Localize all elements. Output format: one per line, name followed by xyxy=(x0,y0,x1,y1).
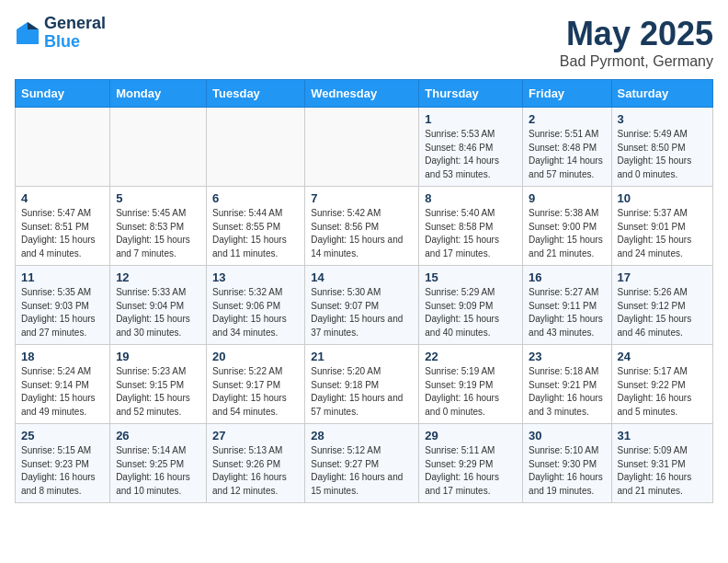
calendar-cell xyxy=(16,108,110,187)
day-number: 13 xyxy=(212,270,299,284)
calendar-cell xyxy=(207,108,305,187)
calendar-cell: 22Sunrise: 5:19 AM Sunset: 9:19 PM Dayli… xyxy=(419,345,523,424)
logo-text: General Blue xyxy=(44,15,106,52)
day-number: 9 xyxy=(529,191,605,205)
day-detail: Sunrise: 5:09 AM Sunset: 9:31 PM Dayligh… xyxy=(618,445,692,496)
calendar-cell: 6Sunrise: 5:44 AM Sunset: 8:55 PM Daylig… xyxy=(207,187,305,266)
day-detail: Sunrise: 5:33 AM Sunset: 9:04 PM Dayligh… xyxy=(116,287,190,338)
calendar-cell: 14Sunrise: 5:30 AM Sunset: 9:07 PM Dayli… xyxy=(305,266,419,345)
day-number: 8 xyxy=(425,191,517,205)
col-header-wednesday: Wednesday xyxy=(305,80,419,108)
col-header-saturday: Saturday xyxy=(611,80,712,108)
day-number: 25 xyxy=(21,429,104,442)
logo-blue: Blue xyxy=(44,33,106,52)
day-number: 2 xyxy=(529,112,605,126)
day-number: 21 xyxy=(311,350,413,363)
calendar-table: SundayMondayTuesdayWednesdayThursdayFrid… xyxy=(15,79,713,503)
day-detail: Sunrise: 5:47 AM Sunset: 8:51 PM Dayligh… xyxy=(21,208,96,259)
day-number: 10 xyxy=(618,191,707,205)
calendar-cell: 19Sunrise: 5:23 AM Sunset: 9:15 PM Dayli… xyxy=(110,345,207,424)
main-title: May 2025 xyxy=(560,15,713,53)
day-number: 15 xyxy=(425,270,517,284)
calendar-cell: 13Sunrise: 5:32 AM Sunset: 9:06 PM Dayli… xyxy=(207,266,305,345)
day-number: 18 xyxy=(21,350,104,363)
calendar-cell: 4Sunrise: 5:47 AM Sunset: 8:51 PM Daylig… xyxy=(16,187,110,266)
day-number: 3 xyxy=(618,112,707,126)
calendar-cell: 17Sunrise: 5:26 AM Sunset: 9:12 PM Dayli… xyxy=(611,266,712,345)
day-number: 4 xyxy=(21,191,104,205)
calendar-cell: 21Sunrise: 5:20 AM Sunset: 9:18 PM Dayli… xyxy=(305,345,419,424)
col-header-monday: Monday xyxy=(110,80,207,108)
calendar-cell: 1Sunrise: 5:53 AM Sunset: 8:46 PM Daylig… xyxy=(419,108,523,187)
day-number: 30 xyxy=(529,429,605,442)
day-number: 16 xyxy=(529,270,605,284)
col-header-tuesday: Tuesday xyxy=(207,80,305,108)
day-number: 7 xyxy=(311,191,413,205)
calendar-cell: 31Sunrise: 5:09 AM Sunset: 9:31 PM Dayli… xyxy=(611,424,712,503)
calendar-cell: 27Sunrise: 5:13 AM Sunset: 9:26 PM Dayli… xyxy=(207,424,305,503)
day-detail: Sunrise: 5:42 AM Sunset: 8:56 PM Dayligh… xyxy=(311,208,403,259)
day-number: 5 xyxy=(116,191,200,205)
day-detail: Sunrise: 5:18 AM Sunset: 9:21 PM Dayligh… xyxy=(529,366,603,417)
calendar-cell: 16Sunrise: 5:27 AM Sunset: 9:11 PM Dayli… xyxy=(523,266,611,345)
logo: General Blue xyxy=(15,15,106,52)
calendar-cell: 3Sunrise: 5:49 AM Sunset: 8:50 PM Daylig… xyxy=(611,108,712,187)
calendar-cell: 25Sunrise: 5:15 AM Sunset: 9:23 PM Dayli… xyxy=(16,424,110,503)
day-detail: Sunrise: 5:29 AM Sunset: 9:09 PM Dayligh… xyxy=(425,287,499,338)
day-number: 26 xyxy=(116,429,200,442)
day-detail: Sunrise: 5:40 AM Sunset: 8:58 PM Dayligh… xyxy=(425,208,499,259)
day-detail: Sunrise: 5:35 AM Sunset: 9:03 PM Dayligh… xyxy=(21,287,96,338)
day-number: 19 xyxy=(116,350,200,363)
day-number: 22 xyxy=(425,350,517,363)
day-detail: Sunrise: 5:51 AM Sunset: 8:48 PM Dayligh… xyxy=(529,129,603,179)
col-header-sunday: Sunday xyxy=(16,80,110,108)
day-detail: Sunrise: 5:30 AM Sunset: 9:07 PM Dayligh… xyxy=(311,287,403,338)
calendar-week-row: 1Sunrise: 5:53 AM Sunset: 8:46 PM Daylig… xyxy=(16,108,713,187)
day-detail: Sunrise: 5:37 AM Sunset: 9:01 PM Dayligh… xyxy=(618,208,692,259)
day-number: 29 xyxy=(425,429,517,442)
day-number: 6 xyxy=(212,191,299,205)
svg-marker-1 xyxy=(28,22,39,29)
day-detail: Sunrise: 5:22 AM Sunset: 9:17 PM Dayligh… xyxy=(212,366,287,417)
day-detail: Sunrise: 5:49 AM Sunset: 8:50 PM Dayligh… xyxy=(618,129,692,179)
col-header-thursday: Thursday xyxy=(419,80,523,108)
day-number: 28 xyxy=(311,429,413,442)
day-detail: Sunrise: 5:53 AM Sunset: 8:46 PM Dayligh… xyxy=(425,129,499,179)
calendar-week-row: 18Sunrise: 5:24 AM Sunset: 9:14 PM Dayli… xyxy=(16,345,713,424)
day-number: 27 xyxy=(212,429,299,442)
day-detail: Sunrise: 5:11 AM Sunset: 9:29 PM Dayligh… xyxy=(425,445,499,496)
day-number: 1 xyxy=(425,112,517,126)
calendar-cell: 12Sunrise: 5:33 AM Sunset: 9:04 PM Dayli… xyxy=(110,266,207,345)
calendar-cell: 2Sunrise: 5:51 AM Sunset: 8:48 PM Daylig… xyxy=(523,108,611,187)
calendar-cell: 15Sunrise: 5:29 AM Sunset: 9:09 PM Dayli… xyxy=(419,266,523,345)
day-detail: Sunrise: 5:17 AM Sunset: 9:22 PM Dayligh… xyxy=(618,366,692,417)
day-detail: Sunrise: 5:24 AM Sunset: 9:14 PM Dayligh… xyxy=(21,366,96,417)
day-number: 17 xyxy=(618,270,707,284)
day-number: 23 xyxy=(529,350,605,363)
calendar-cell: 30Sunrise: 5:10 AM Sunset: 9:30 PM Dayli… xyxy=(523,424,611,503)
calendar-cell: 18Sunrise: 5:24 AM Sunset: 9:14 PM Dayli… xyxy=(16,345,110,424)
subtitle: Bad Pyrmont, Germany xyxy=(560,53,713,70)
calendar-week-row: 4Sunrise: 5:47 AM Sunset: 8:51 PM Daylig… xyxy=(16,187,713,266)
calendar-cell: 26Sunrise: 5:14 AM Sunset: 9:25 PM Dayli… xyxy=(110,424,207,503)
day-number: 31 xyxy=(618,429,707,442)
title-area: May 2025 Bad Pyrmont, Germany xyxy=(560,15,713,70)
calendar-cell xyxy=(110,108,207,187)
day-detail: Sunrise: 5:19 AM Sunset: 9:19 PM Dayligh… xyxy=(425,366,499,417)
calendar-cell: 23Sunrise: 5:18 AM Sunset: 9:21 PM Dayli… xyxy=(523,345,611,424)
calendar-cell: 5Sunrise: 5:45 AM Sunset: 8:53 PM Daylig… xyxy=(110,187,207,266)
col-header-friday: Friday xyxy=(523,80,611,108)
day-detail: Sunrise: 5:32 AM Sunset: 9:06 PM Dayligh… xyxy=(212,287,287,338)
logo-general: General xyxy=(44,15,106,33)
day-number: 20 xyxy=(212,350,299,363)
day-detail: Sunrise: 5:45 AM Sunset: 8:53 PM Dayligh… xyxy=(116,208,190,259)
calendar-week-row: 25Sunrise: 5:15 AM Sunset: 9:23 PM Dayli… xyxy=(16,424,713,503)
calendar-cell: 20Sunrise: 5:22 AM Sunset: 9:17 PM Dayli… xyxy=(207,345,305,424)
day-detail: Sunrise: 5:14 AM Sunset: 9:25 PM Dayligh… xyxy=(116,445,190,496)
day-detail: Sunrise: 5:10 AM Sunset: 9:30 PM Dayligh… xyxy=(529,445,603,496)
day-detail: Sunrise: 5:15 AM Sunset: 9:23 PM Dayligh… xyxy=(21,445,96,496)
calendar-cell xyxy=(305,108,419,187)
logo-icon xyxy=(15,20,40,46)
calendar-cell: 7Sunrise: 5:42 AM Sunset: 8:56 PM Daylig… xyxy=(305,187,419,266)
calendar-cell: 28Sunrise: 5:12 AM Sunset: 9:27 PM Dayli… xyxy=(305,424,419,503)
